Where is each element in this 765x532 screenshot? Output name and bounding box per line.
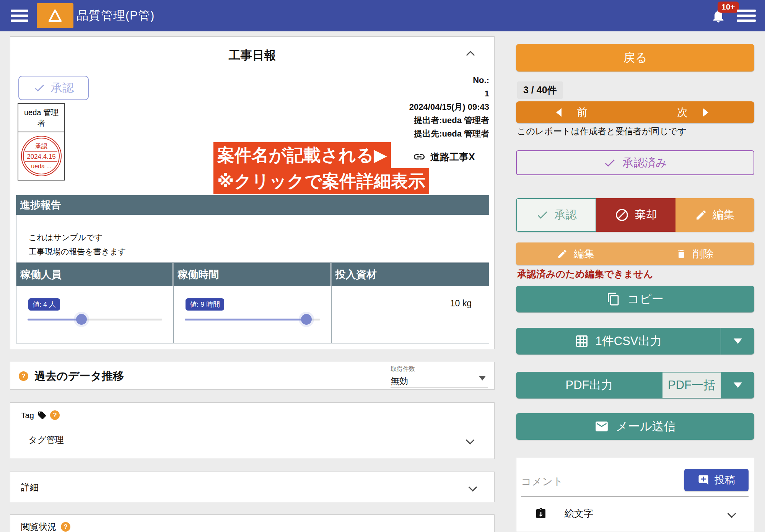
fetch-count-value: 無効 bbox=[391, 375, 488, 387]
block-icon bbox=[615, 208, 629, 222]
comment-input-underline bbox=[521, 496, 749, 497]
overflow-menu-icon[interactable] bbox=[737, 10, 756, 22]
hours-slider bbox=[185, 314, 320, 325]
add-comment-icon bbox=[698, 474, 709, 486]
top-app-bar: 品質管理(P管) 10+ bbox=[0, 0, 765, 31]
arrow-right-icon bbox=[703, 108, 708, 117]
chevron-down-icon bbox=[466, 436, 475, 444]
detail-expander[interactable]: 詳細 bbox=[21, 472, 476, 503]
collapse-report-button[interactable] bbox=[467, 52, 474, 60]
csv-export-button[interactable]: 1件CSV出力 bbox=[516, 328, 754, 355]
app-logo[interactable] bbox=[37, 3, 73, 28]
menu-icon[interactable] bbox=[11, 10, 28, 22]
slider-thumb[interactable] bbox=[301, 314, 312, 325]
trash-icon bbox=[676, 249, 687, 259]
detail-label: 詳細 bbox=[21, 482, 39, 493]
help-icon[interactable]: ? bbox=[50, 410, 60, 420]
copy-button[interactable]: コピー bbox=[516, 286, 754, 312]
delete-label: 削除 bbox=[693, 247, 713, 261]
slider-thumb[interactable] bbox=[76, 314, 87, 325]
report-datetime: 2024/04/15(月) 09:43 bbox=[409, 100, 489, 114]
clipboard-download-icon bbox=[535, 508, 547, 520]
annotation-line-1: 案件名が記載される▶ bbox=[213, 142, 391, 168]
edit-delete-bar: 編集 削除 bbox=[516, 242, 754, 265]
emoji-expander[interactable]: 絵文字 bbox=[535, 507, 735, 520]
report-card: 工事日報 承認 ueda 管理者 承認 2024.4.15 ueda ... N… bbox=[10, 36, 495, 349]
approval-stamp-label: 承認 bbox=[51, 80, 74, 96]
progress-section-header: 進捗報告 bbox=[16, 195, 489, 215]
delete-button-disabled[interactable]: 削除 bbox=[676, 247, 713, 261]
report-meta: No.: 1 2024/04/15(月) 09:43 提出者:ueda 管理者 … bbox=[409, 73, 489, 140]
materials-value: 10 kg bbox=[450, 298, 472, 309]
pdf-export-button[interactable]: PDF出力 bbox=[516, 372, 662, 399]
edit2-label: 編集 bbox=[574, 247, 594, 261]
approval-stamp-button[interactable]: 承認 bbox=[18, 76, 89, 100]
edit-button[interactable]: 編集 bbox=[675, 198, 754, 232]
edit-button-disabled[interactable]: 編集 bbox=[557, 247, 594, 261]
seal-date: 2024.4.15 bbox=[25, 151, 57, 162]
tag-icon bbox=[37, 411, 47, 420]
case-name-annotation: 案件名が記載される▶ ※クリックで案件詳細表示 bbox=[213, 142, 429, 194]
tag-label: Tag bbox=[21, 411, 34, 420]
report-no-label: No.: bbox=[409, 73, 489, 87]
edit-label: 編集 bbox=[713, 207, 735, 223]
notification-count-badge[interactable]: 10+ bbox=[718, 2, 739, 13]
view-status-card: 閲覧状況 ? bbox=[10, 514, 495, 532]
slider-fill bbox=[185, 319, 306, 321]
approved-status-button[interactable]: 承認済み bbox=[516, 150, 754, 175]
approved-label: 承認済み bbox=[622, 155, 667, 171]
pdf-button-group: PDF出力 PDF一括 bbox=[516, 372, 754, 399]
csv-label: 1件CSV出力 bbox=[596, 333, 662, 349]
pdf-batch-button[interactable]: PDF一括 bbox=[662, 373, 721, 398]
progress-line-1: これはサンプルです bbox=[29, 230, 489, 244]
link-icon bbox=[413, 150, 426, 163]
report-no-value: 1 bbox=[409, 87, 489, 100]
help-icon[interactable]: ? bbox=[61, 522, 70, 532]
workers-slider bbox=[28, 314, 162, 325]
detail-card: 詳細 bbox=[10, 472, 495, 502]
next-button[interactable]: 次 bbox=[677, 105, 708, 120]
copy-icon bbox=[607, 292, 620, 306]
csv-dropdown-button[interactable] bbox=[721, 328, 754, 355]
prev-next-button: 前 次 bbox=[516, 101, 754, 123]
report-submitter: 提出者:ueda 管理者 bbox=[409, 114, 489, 127]
report-title: 工事日報 bbox=[10, 47, 494, 63]
hours-value-badge: 値: 9 時間 bbox=[186, 298, 224, 311]
seal-user: ueda ... bbox=[31, 163, 51, 170]
annotation-line-2: ※クリックで案件詳細表示 bbox=[213, 168, 429, 194]
comment-input[interactable]: コメント bbox=[521, 475, 563, 488]
post-label: 投稿 bbox=[715, 473, 735, 487]
approve-reject-edit-group: 承認 棄却 編集 bbox=[516, 198, 754, 232]
help-icon[interactable]: ? bbox=[19, 371, 28, 381]
dropdown-arrow-icon bbox=[734, 382, 742, 388]
fetch-count-select[interactable]: 取得件数 無効 bbox=[391, 365, 488, 387]
post-comment-button[interactable]: 投稿 bbox=[684, 469, 749, 491]
comment-card: コメント 投稿 絵文字 bbox=[516, 458, 754, 532]
mail-icon bbox=[594, 419, 609, 434]
approval-seal: 承認 2024.4.15 ueda ... bbox=[21, 136, 62, 176]
dropdown-arrow-icon bbox=[479, 376, 486, 381]
mail-send-button[interactable]: メール送信 bbox=[516, 413, 754, 440]
report-recipient: 提出先:ueda 管理者 bbox=[409, 127, 489, 140]
column-workers: 稼働人員 値: 4 人 bbox=[16, 263, 174, 343]
tag-card: Tag ? タグ管理 bbox=[10, 402, 495, 459]
report-field-columns: 稼働人員 値: 4 人 稼働時間 値: 9 時間 投入資材 10 kg bbox=[16, 263, 489, 343]
back-button[interactable]: 戻る bbox=[516, 44, 754, 72]
slider-fill bbox=[28, 319, 81, 321]
fetch-count-label: 取得件数 bbox=[391, 365, 488, 373]
dropdown-arrow-icon bbox=[734, 338, 742, 344]
case-detail-link[interactable]: 道路工事X bbox=[413, 150, 475, 163]
pdf-dropdown-button[interactable] bbox=[721, 372, 754, 399]
column-hours: 稼働時間 値: 9 時間 bbox=[174, 263, 331, 343]
reject-button[interactable]: 棄却 bbox=[596, 198, 675, 232]
same-author-note: このレポートは作成者と受信者が同じです bbox=[517, 125, 687, 137]
prev-button[interactable]: 前 bbox=[556, 105, 588, 120]
emoji-label: 絵文字 bbox=[565, 507, 729, 520]
tag-management-expander[interactable]: タグ管理 bbox=[28, 434, 473, 446]
chevron-down-icon bbox=[469, 483, 477, 492]
record-counter: 3 / 40件 bbox=[517, 81, 563, 99]
copy-label: コピー bbox=[627, 291, 663, 307]
chevron-up-icon bbox=[466, 51, 475, 60]
approve-button[interactable]: 承認 bbox=[516, 198, 596, 232]
history-card: ? 過去のデータ推移 取得件数 無効 bbox=[10, 362, 495, 390]
